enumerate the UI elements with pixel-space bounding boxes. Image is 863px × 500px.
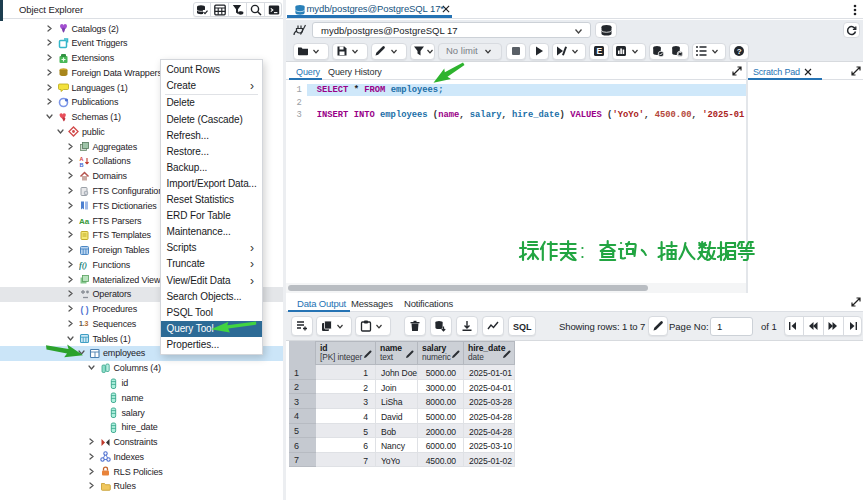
svg-text:(): (): [79, 305, 89, 315]
svg-text:SQL: SQL: [513, 322, 532, 332]
svg-text:E: E: [596, 46, 602, 56]
svg-text:B: B: [79, 161, 83, 167]
svg-text:?: ?: [737, 47, 742, 56]
svg-text:1.3: 1.3: [79, 320, 89, 327]
svg-text:f(): f(): [79, 260, 87, 270]
svg-text:Aa: Aa: [79, 217, 90, 226]
